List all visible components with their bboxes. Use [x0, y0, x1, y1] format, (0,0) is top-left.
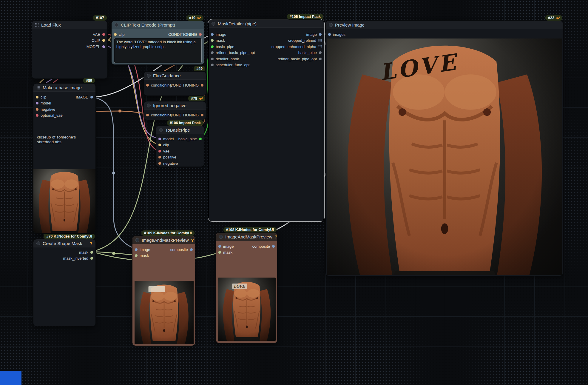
- node-preview-image[interactable]: #22 Preview Image images LOVE: [325, 21, 563, 276]
- port-dot-icon[interactable]: [211, 64, 214, 66]
- node-header[interactable]: Create Shape Mask ?: [33, 239, 95, 247]
- port-dot-icon[interactable]: [36, 102, 38, 104]
- port-label: composite: [170, 247, 188, 252]
- help-icon[interactable]: ?: [90, 241, 92, 246]
- port-dot-icon[interactable]: [90, 257, 93, 260]
- output-port-VAE[interactable]: VAE: [32, 31, 107, 38]
- output-port-mask[interactable]: mask: [33, 249, 95, 255]
- port-dot-icon[interactable]: [199, 138, 202, 140]
- input-port-negative[interactable]: negative: [156, 160, 204, 167]
- output-port-basic_pipe[interactable]: basic_pipe: [156, 136, 204, 142]
- node-title: MaskDetailer (pipe): [218, 21, 257, 26]
- collapse-icon[interactable]: [147, 74, 151, 78]
- node-make-base-image[interactable]: #89 Make a base image clipmodelnegativeo…: [33, 83, 96, 233]
- node-header[interactable]: Preview Image: [326, 21, 563, 29]
- port-dot-icon[interactable]: [102, 45, 105, 48]
- node-header[interactable]: ToBasicPipe: [156, 126, 204, 134]
- help-icon[interactable]: ?: [191, 238, 194, 243]
- collapse-icon[interactable]: [36, 241, 40, 245]
- prompt-text-area[interactable]: The word "LOVE" tattooed in black ink us…: [114, 38, 202, 63]
- port-label: image: [306, 32, 317, 37]
- port-dot-icon[interactable]: [90, 251, 93, 254]
- port-dot-icon[interactable]: [158, 150, 161, 153]
- node-mask-detailer[interactable]: #105 Impact Pack MaskDetailer (pipe) ima…: [208, 19, 324, 221]
- port-dot-icon[interactable]: [319, 58, 322, 60]
- node-title: Load Flux: [41, 22, 61, 27]
- output-port-IMAGE[interactable]: IMAGE: [33, 94, 95, 100]
- node-header[interactable]: Ignored negative: [144, 101, 206, 110]
- port-dot-icon[interactable]: [328, 33, 331, 36]
- node-to-basic-pipe[interactable]: #106 Impact Pack ToBasicPipe modelclipva…: [156, 126, 204, 167]
- node-ignored-negative[interactable]: #78 Ignored negative conditioning CONDIT…: [143, 101, 206, 120]
- input-port-clip[interactable]: clip: [156, 142, 204, 148]
- port-dot-icon[interactable]: [36, 108, 38, 111]
- input-port-scheduler_func_opt[interactable]: scheduler_func_opt: [209, 62, 324, 68]
- port-dot-icon[interactable]: [319, 33, 322, 36]
- output-port-CONDITIONING[interactable]: CONDITIONING: [112, 31, 204, 38]
- port-dot-icon[interactable]: [319, 51, 322, 54]
- node-header[interactable]: Load Flux: [32, 21, 107, 29]
- input-port-vae[interactable]: vae: [156, 148, 204, 154]
- port-dot-icon[interactable]: [201, 84, 203, 87]
- input-port-optional_vae[interactable]: optional_vae: [33, 113, 95, 119]
- port-dot-icon[interactable]: [190, 248, 193, 251]
- output-port-image[interactable]: image: [209, 31, 324, 38]
- collapse-icon[interactable]: [159, 128, 163, 132]
- collapse-icon[interactable]: [212, 22, 215, 26]
- port-dot-icon[interactable]: [135, 254, 138, 257]
- collapse-icon[interactable]: [147, 104, 151, 107]
- port-dot-icon[interactable]: [272, 245, 275, 248]
- input-port-mask[interactable]: mask: [216, 250, 277, 256]
- collapse-icon[interactable]: [329, 23, 333, 27]
- node-image-and-mask-preview-109[interactable]: #109 KJNodes for ComfyUI ImageAndMaskPre…: [132, 236, 195, 346]
- node-id-badge: #49: [194, 66, 205, 71]
- collapse-icon[interactable]: [115, 23, 118, 27]
- port-dot-icon[interactable]: [158, 144, 161, 146]
- port-dot-icon[interactable]: [158, 156, 161, 158]
- node-header[interactable]: ImageAndMaskPreview ?: [132, 236, 195, 244]
- port-dot-icon[interactable]: [90, 96, 93, 98]
- input-port-mask[interactable]: mask: [132, 253, 195, 259]
- grid-output-icon[interactable]: [318, 45, 322, 48]
- port-dot-icon[interactable]: [102, 33, 105, 36]
- node-header[interactable]: MaskDetailer (pipe): [209, 20, 324, 28]
- output-port-refiner_basic_pipe_opt[interactable]: refiner_basic_pipe_opt: [209, 56, 324, 62]
- port-dot-icon[interactable]: [218, 251, 221, 254]
- output-port-basic_pipe[interactable]: basic_pipe: [209, 50, 324, 56]
- help-icon[interactable]: ?: [275, 234, 277, 239]
- output-port-CONDITIONING[interactable]: CONDITIONING: [144, 112, 206, 118]
- node-clip-text-encode[interactable]: #19 CLIP Text Encode (Prompt) clip CONDI…: [111, 21, 204, 65]
- output-port-mask_inverted[interactable]: mask_inverted: [33, 255, 95, 262]
- node-image-and-mask-preview-108[interactable]: #108 KJNodes for ComfyUI ImageAndMaskPre…: [216, 232, 277, 343]
- node-header[interactable]: Make a base image: [33, 84, 95, 92]
- node-header[interactable]: CLIP Text Encode (Prompt): [112, 21, 204, 29]
- output-port-MODEL[interactable]: MODEL: [32, 44, 107, 50]
- port-dot-icon[interactable]: [36, 114, 38, 117]
- output-port-composite[interactable]: composite: [132, 247, 195, 253]
- collapse-icon[interactable]: [219, 235, 223, 239]
- port-dot-icon[interactable]: [199, 33, 202, 36]
- output-port-cropped_refined[interactable]: cropped_refined: [209, 38, 324, 44]
- input-port-negative[interactable]: negative: [33, 106, 95, 113]
- port-label: composite: [252, 244, 270, 249]
- node-flux-guidance[interactable]: #49 FluxGuidance conditioning CONDITIONI…: [143, 71, 206, 96]
- input-port-images[interactable]: images: [326, 31, 563, 38]
- port-dot-icon[interactable]: [102, 39, 105, 42]
- node-load-flux[interactable]: #107 Load Flux VAECLIPMODEL: [32, 21, 108, 79]
- output-port-CONDITIONING[interactable]: CONDITIONING: [144, 82, 206, 88]
- output-port-CLIP[interactable]: CLIP: [32, 38, 107, 44]
- input-port-positive[interactable]: positive: [156, 154, 204, 161]
- output-port-composite[interactable]: composite: [216, 243, 277, 250]
- port-dot-icon[interactable]: [201, 114, 203, 116]
- node-header[interactable]: ImageAndMaskPreview ?: [216, 233, 277, 241]
- grid-output-icon[interactable]: [318, 39, 322, 42]
- output-port-cropped_enhanced_alpha[interactable]: cropped_enhanced_alpha: [209, 44, 324, 50]
- prompt-text[interactable]: closeup of someone's shredded abs.: [37, 135, 92, 144]
- port-label: mask: [223, 250, 232, 255]
- input-port-model[interactable]: model: [33, 100, 95, 107]
- node-create-shape-mask[interactable]: #70 KJNodes for ComfyUI Create Shape Mas…: [33, 239, 96, 327]
- node-id-badge: #108 KJNodes for ComfyUI: [223, 227, 277, 232]
- port-dot-icon[interactable]: [158, 162, 161, 165]
- collapse-icon[interactable]: [135, 238, 139, 242]
- node-header[interactable]: FluxGuidance: [144, 72, 206, 80]
